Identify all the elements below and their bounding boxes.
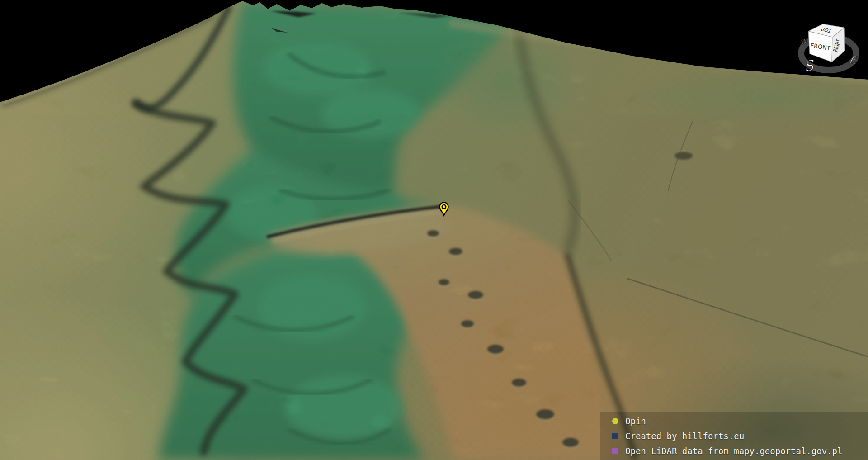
legend-item: Open LiDAR data from mapy.geoportal.gov.… <box>612 444 868 459</box>
legend-item: Opin <box>612 414 868 429</box>
legend-item-label: Created by hillforts.eu <box>625 431 744 441</box>
terrain-artwork <box>0 0 868 460</box>
view-cube[interactable]: W S E TOP FRONT RIGHT <box>799 24 859 75</box>
legend-marker-source-icon <box>612 448 618 454</box>
lidar-3d-scene: W S E TOP FRONT RIGHT Opin Created by hi… <box>0 0 868 460</box>
legend-marker-credit-icon <box>612 433 618 439</box>
legend-item-label: Opin <box>625 416 646 426</box>
legend-item: Created by hillforts.eu <box>612 429 868 444</box>
legend-panel: Opin Created by hillforts.eu Open LiDAR … <box>600 412 868 460</box>
legend-item-label: Open LiDAR data from mapy.geoportal.gov.… <box>625 446 842 456</box>
legend-marker-pin-icon <box>612 418 618 424</box>
terrain-3d-viewport[interactable]: W S E TOP FRONT RIGHT <box>0 0 868 460</box>
